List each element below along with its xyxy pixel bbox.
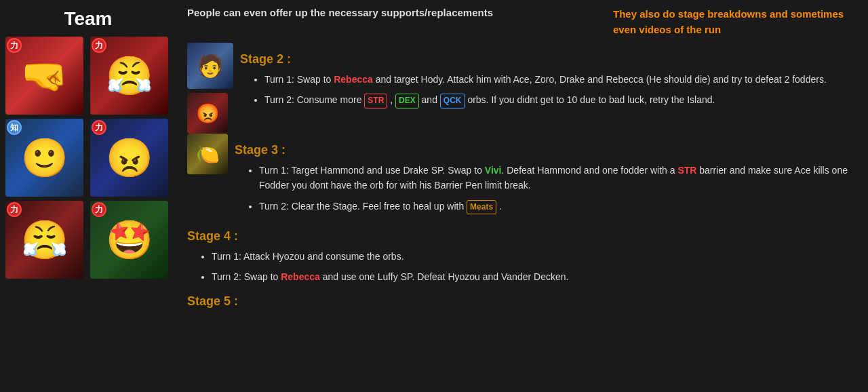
header-callout: They also do stage breakdowns and someti… xyxy=(613,7,857,37)
qck-badge: QCK xyxy=(440,94,465,108)
attr-badge-1: 力 xyxy=(7,38,22,53)
attr-badge-3: 知 xyxy=(7,120,22,135)
stage3-portrait-1: 🍋 xyxy=(187,134,228,174)
stage3-turns: Turn 1: Target Hammond and use Drake SP.… xyxy=(235,163,857,214)
stage2-portrait-2: 😡 xyxy=(187,93,228,134)
attr-badge-6: 力 xyxy=(92,202,106,217)
stage2-turn1: Turn 1: Swap to Rebecca and target Hody.… xyxy=(264,72,827,87)
stage3-content: Stage 3 : Turn 1: Target Hammond and use… xyxy=(235,134,857,220)
stage3-header: Stage 3 : xyxy=(235,143,857,157)
stage4-header: Stage 4 : xyxy=(187,229,857,243)
attr-badge-4: 力 xyxy=(92,120,106,135)
header-area: People can even offer up the necessary s… xyxy=(187,7,857,37)
stage4-area: Stage 4 : Turn 1: Attack Hyozou and cons… xyxy=(187,229,857,285)
char-card-5: 力 😤 xyxy=(5,201,83,279)
sidebar-title: Team xyxy=(5,5,171,37)
dex-badge: DEX xyxy=(395,94,419,108)
rebecca-highlight-2: Rebecca xyxy=(281,271,320,282)
attr-badge-2: 力 xyxy=(92,38,106,53)
sidebar: Team 力 🤜 力 😤 知 🙂 力 😠 力 😤 力 🤩 xyxy=(0,0,176,392)
character-grid: 力 🤜 力 😤 知 🙂 力 😠 力 😤 力 🤩 xyxy=(5,37,171,279)
stage2-turn2: Turn 2: Consume more STR , DEX and QCK o… xyxy=(264,92,827,108)
header-left: People can even offer up the necessary s… xyxy=(187,7,602,37)
stage3-portraits: 🍋 xyxy=(187,134,228,220)
stage4-turn1: Turn 1: Attack Hyozou and consume the or… xyxy=(212,249,857,264)
meats-badge: Meats xyxy=(467,200,496,214)
stage3-turn2: Turn 2: Clear the Stage. Feel free to he… xyxy=(259,199,857,214)
char-card-3: 知 🙂 xyxy=(5,119,83,197)
stage2-portraits: 🧑 😡 xyxy=(187,43,233,134)
stage2-turns: Turn 1: Swap to Rebecca and target Hody.… xyxy=(240,72,827,109)
char-card-1: 力 🤜 xyxy=(5,37,83,115)
str-highlight: STR xyxy=(677,165,696,176)
main-content: People can even offer up the necessary s… xyxy=(176,0,868,392)
stage4-turn2: Turn 2: Swap to Rebecca and use one Luff… xyxy=(212,269,857,284)
attr-badge-5: 力 xyxy=(7,202,22,217)
char-card-6: 力 🤩 xyxy=(90,201,168,279)
stage3-area: 🍋 Stage 3 : Turn 1: Target Hammond and u… xyxy=(187,134,857,220)
stage2-area: 🧑 😡 Stage 2 : Turn 1: Swap to Rebecca an… xyxy=(187,43,857,134)
stage3-turn1: Turn 1: Target Hammond and use Drake SP.… xyxy=(259,163,857,193)
rebecca-highlight-1: Rebecca xyxy=(334,74,373,85)
intro-text: People can even offer up the necessary s… xyxy=(187,7,602,18)
vivi-highlight: Vivi xyxy=(485,165,502,176)
char-card-2: 力 😤 xyxy=(90,37,168,115)
stage2-portrait-1: 🧑 xyxy=(187,43,233,89)
stage2-header: Stage 2 : xyxy=(240,52,827,66)
char-card-4: 力 😠 xyxy=(90,119,168,197)
stage4-turns: Turn 1: Attack Hyozou and consume the or… xyxy=(187,249,857,285)
str-badge: STR xyxy=(364,94,387,108)
stage5-header: Stage 5 : xyxy=(187,294,857,309)
stage2-content: Stage 2 : Turn 1: Swap to Rebecca and ta… xyxy=(240,43,827,134)
